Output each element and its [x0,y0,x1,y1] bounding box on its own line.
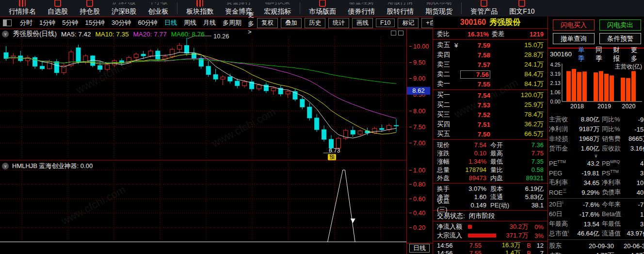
period-tab-多周期[interactable]: 多周期 [219,18,245,27]
period-tab-周线[interactable]: 周线 [180,18,200,27]
period-tab-日线[interactable]: 日线 [161,18,180,27]
toolbar-item-持仓股[interactable]: 持仓股 [74,0,106,16]
finance-value: 4.73万 [572,251,614,254]
tick-count: 12 [531,242,544,249]
bid-row[interactable]: 买一7.54120.0万 [437,90,544,100]
button-撤单查询[interactable]: 撤单查询 [553,33,595,44]
axis-tick [409,46,412,47]
layout-split-icon[interactable] [3,19,12,26]
axis-tick [409,199,412,199]
book-level-label: 买一 [437,91,454,100]
tick-count: 7 [531,250,544,254]
stat-label: 总量 [437,166,457,174]
axis-divider [407,243,433,243]
toolbar-item-宏观指标[interactable]: 临时决策宏观指标 [258,0,297,16]
button-闪电买入[interactable]: 闪电买入 [553,19,595,31]
bid-row[interactable]: 买二7.5325.9万 [437,100,544,110]
period-tab-分时[interactable]: 分时 [16,18,36,27]
tool-button-叠加[interactable]: 叠加 [281,18,302,28]
weibi-label: 委比 [437,30,450,38]
finance-row: PETTM43.2PBMRQ4.7 [548,158,644,168]
finance-value: 8.80亿 [572,115,599,124]
finance-value: 3.16亿 [626,144,644,153]
toolbar-item-label: 创业板 [148,7,168,16]
market-layout-icon [319,0,326,7]
currency-mark: ¥ [454,42,460,49]
period-tab-5分钟[interactable]: 5分钟 [59,18,81,27]
book-level-label: 卖三 [437,60,454,69]
toolbar-item-市场版面[interactable]: 市场版面 [303,0,342,16]
button-条件预警[interactable]: 条件预警 [599,33,641,44]
book-price: 7.57 [460,61,490,68]
finance-label: 股东 [549,241,572,250]
toolbar-separator [177,2,177,14]
toolbar-item-债券行情[interactable]: 基金理财债券行情 [342,0,381,16]
window-restore-icon[interactable] [391,31,396,35]
candlestick-chart[interactable] [0,29,406,243]
toolbar-item-沪深B股[interactable]: 沪深A股沪深B股 [106,0,142,16]
finance-label: PETTM [549,159,572,167]
ma60-label: MA60: 8.76 [171,31,205,38]
toolbar-item-图文F10[interactable]: 图文F10 [503,0,540,16]
stat-label: 最低 [490,157,512,166]
book-level-label: 买三 [437,110,454,119]
book-volume: 84.1万 [490,80,544,88]
button-闪电卖出[interactable]: 闪电卖出 [599,19,641,31]
bid-row[interactable]: 买五7.5066.5万 [437,129,544,139]
ask-row[interactable]: 卖一7.5584.1万 [437,79,544,89]
ask-row[interactable]: 卖四7.5828.8万 [437,50,544,60]
finance-row: 年最高13.54年最低3.7 [548,219,644,229]
section-divider [548,198,644,199]
stat-label: PE(动) [490,201,512,210]
period-tab-30分钟[interactable]: 30分钟 [108,18,134,27]
tool-button-画线[interactable]: 画线 [352,18,373,28]
trading-terminal: 行情排名自选股持仓股沪深A股沪深B股中小板创业板板块指数资金排行资金博弈临时决策… [0,0,644,254]
bid-row[interactable]: 买三7.5278.4万 [437,110,544,119]
period-tab-月线[interactable]: 月线 [200,18,219,27]
toolbar-item-资管产品[interactable]: 资管产品 [465,0,503,16]
holdings-icon [86,0,93,7]
tool-button-统计[interactable]: 统计 [328,18,349,28]
finance-value: 9.29% [572,189,599,196]
stat-value: 1.34% [457,158,486,165]
period-tab-60分钟[interactable]: 60分钟 [134,18,161,27]
period-high-label: 10.26 [213,33,229,40]
period-indicator-box[interactable]: 日线 [409,244,430,253]
finance-value: -7.6% [572,201,599,208]
alert-badge[interactable]: 预 [328,154,336,160]
toolbar-item-label: 期货现货 [425,7,452,16]
stat-value: 89321 [512,174,544,182]
tool-button-历史[interactable]: 历史 [305,18,325,28]
tick-price: 7.55 [457,250,482,254]
bid-row[interactable]: 买四7.5136.2万 [437,119,544,129]
flow-value: 30.2万 [474,222,528,231]
toolbar-item-行情排名[interactable]: 行情排名 [3,0,42,16]
period-tab-1分钟[interactable]: 1分钟 [36,18,59,27]
chart-window-controls [391,31,403,35]
stat-value: 89473 [457,174,486,182]
trade-status-label: 交易状态: [437,212,465,220]
collapse-chevron-icon[interactable]: ∨ [2,31,9,37]
tool-button-复权[interactable]: 复权 [257,18,278,28]
window-maximize-icon[interactable] [398,31,403,35]
indicator-chevron-icon[interactable]: ∨ [2,163,9,169]
star-icon [54,0,61,7]
stat-value: 1.60 [457,193,486,201]
stat-value: 0.10 [457,150,486,157]
toolbar-item-板块指数[interactable]: 板块指数 [180,0,219,16]
toolbar-item-创业板[interactable]: 中小板创业板 [142,0,174,16]
toolbar-item-期货现货[interactable]: 期权市场期货现货 [419,0,458,16]
toolbar-item-label: 行情排名 [9,7,36,16]
ask-row[interactable]: 卖三7.5724.1万 [437,60,544,69]
expand-chevron-icon[interactable]: ∨ [548,153,644,158]
tool-button-标记[interactable]: 标记 [398,18,419,28]
toolbar-item-自选股[interactable]: 自选股 [42,0,74,16]
toolbar-item-股转行情[interactable]: 港股行情股转行情 [381,0,419,16]
ask-row[interactable]: 卖二7.5684.4万 [437,69,544,79]
ask-row[interactable]: 卖五¥7.5915.0万 [437,40,544,50]
main-chart-area[interactable]: ∨ 秀强股份(日线) MA5: 7.42 MA10: 7.35 MA20: 7.… [0,29,406,243]
finance-label: ROE三 [549,188,572,196]
period-tab-15分钟[interactable]: 15分钟 [81,18,108,27]
toolbar-item-label: 自选股 [48,7,68,16]
tool-button-F10[interactable]: F10 [376,18,395,27]
